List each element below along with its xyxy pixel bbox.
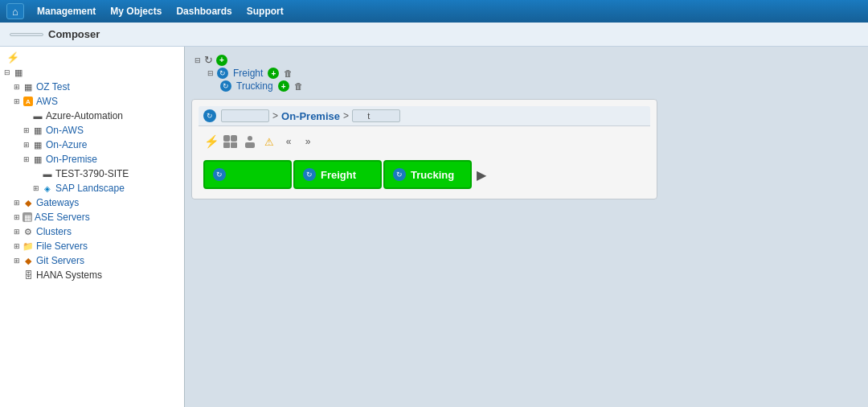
toolbar-lightning-icon[interactable]: ⚡ (203, 134, 219, 150)
toolbar-warning-icon[interactable]: ⚠ (261, 134, 277, 150)
test3790-label: TEST-3790-SITE (55, 168, 129, 179)
file-servers-expand[interactable]: ⊞ (13, 242, 21, 250)
user-label (10, 33, 43, 36)
on-premise-expand[interactable]: ⊞ (23, 155, 31, 163)
tree-root-row: ⊟ ↻ + (191, 53, 862, 67)
gateways-expand[interactable]: ⊞ (13, 199, 21, 207)
svg-rect-0 (223, 135, 230, 142)
sidebar-root[interactable]: ⊟ ▦ (0, 65, 184, 80)
tree-root-refresh-icon[interactable]: ↻ (204, 54, 213, 66)
sidebar-item-file-servers[interactable]: ⊞ 📁 File Servers (10, 239, 184, 253)
node2-label: Freight (321, 169, 356, 181)
main-content: ⚡ ⊟ ▦ ⊞ ▦ OZ Test ⊞ A AWS ▬ Azure-Automa… (0, 47, 868, 407)
top-navigation: ⌂ Management My Objects Dashboards Suppo… (0, 0, 868, 23)
hana-expand (13, 271, 21, 279)
sidebar-item-sap-landscape[interactable]: ⊞ ◈ SAP Landscape (29, 181, 184, 195)
toolbar-chevron-left[interactable]: « (280, 134, 297, 150)
sidebar-item-on-azure[interactable]: ⊞ ▦ On-Azure (19, 138, 184, 152)
sap-label: SAP Landscape (55, 183, 125, 194)
node-card-trucking[interactable]: ↻ Trucking (383, 160, 472, 189)
on-premise-icon: ▦ (32, 154, 43, 165)
breadcrumb-separator1: > (272, 110, 278, 121)
menu-support[interactable]: Support (240, 3, 290, 19)
clusters-label: Clusters (36, 226, 72, 237)
menu-management[interactable]: Management (31, 3, 102, 19)
toolbar-people-icon[interactable] (223, 134, 239, 150)
node-card-1[interactable]: ↻ (203, 160, 292, 189)
home-button[interactable]: ⌂ (6, 3, 24, 19)
svg-rect-2 (223, 142, 230, 148)
tree-freight-expand[interactable]: ⊟ (207, 69, 214, 77)
tree-freight-icon: ↻ (217, 68, 228, 79)
on-aws-label: On-AWS (46, 125, 84, 136)
azure-auto-expand (23, 112, 31, 120)
hana-label: HANA Systems (36, 269, 102, 281)
hana-icon: 🗄 (23, 269, 34, 281)
tree-freight-row: ⊟ ↻ Freight + 🗑 (204, 67, 862, 80)
clusters-expand[interactable]: ⊞ (13, 228, 21, 236)
svg-rect-3 (231, 142, 237, 148)
ase-expand[interactable]: ⊞ (13, 213, 21, 221)
file-servers-icon: 📁 (23, 240, 34, 252)
node1-icon: ↻ (213, 168, 226, 181)
node-card-freight[interactable]: ↻ Freight (293, 160, 382, 189)
breadcrumb-part1 (221, 109, 269, 122)
root-icon: ▦ (13, 67, 24, 78)
nodes-arrow-icon: ▶ (477, 167, 486, 183)
sidebar-item-oz-test[interactable]: ⊞ ▦ OZ Test (10, 80, 184, 94)
menu-my-objects[interactable]: My Objects (104, 3, 168, 19)
sidebar-item-clusters[interactable]: ⊞ ⚙ Clusters (10, 224, 184, 239)
breadcrumb-part2: t (352, 109, 400, 122)
gateways-icon: ◆ (23, 197, 34, 208)
sidebar-item-gateways[interactable]: ⊞ ◆ Gateways (10, 195, 184, 210)
nodes-row: ↻ ↻ Freight ↻ Trucking ▶ (199, 157, 650, 192)
composer-box: ↻ > On-Premise > t ⚡ (191, 99, 657, 199)
top-menu: Management My Objects Dashboards Support (31, 3, 290, 19)
composer-breadcrumb: > On-Premise > t (221, 109, 400, 122)
aws-label: AWS (36, 96, 58, 107)
aws-expand[interactable]: ⊞ (13, 97, 21, 105)
sidebar: ⚡ ⊟ ▦ ⊞ ▦ OZ Test ⊞ A AWS ▬ Azure-Automa… (0, 47, 185, 407)
sidebar-item-ase-servers[interactable]: ⊞ ▦ ASE Servers (10, 210, 184, 224)
git-servers-expand[interactable]: ⊞ (13, 257, 21, 265)
svg-rect-5 (245, 142, 255, 148)
git-servers-label: Git Servers (36, 255, 84, 266)
tree-root-plus[interactable]: + (216, 55, 227, 66)
tree-area: ⊟ ↻ + ⊟ ↻ Freight + 🗑 ↻ Trucking + 🗑 (191, 53, 862, 92)
sap-icon: ◈ (42, 183, 53, 194)
breadcrumb-separator2: > (343, 110, 349, 121)
oz-test-expand[interactable]: ⊞ (13, 83, 21, 91)
sidebar-item-hana-systems[interactable]: 🗄 HANA Systems (10, 268, 184, 282)
node2-icon: ↻ (303, 168, 316, 181)
root-expand[interactable]: ⊟ (3, 68, 11, 76)
oz-test-label: OZ Test (36, 81, 70, 92)
tree-root-expand[interactable]: ⊟ (194, 56, 201, 64)
tree-trucking-plus[interactable]: + (278, 80, 289, 92)
test3790-icon: ▬ (42, 168, 53, 179)
toolbar-chevron-right[interactable]: » (300, 134, 316, 150)
sidebar-item-test-3790[interactable]: ▬ TEST-3790-SITE (29, 166, 184, 181)
tree-freight-trash[interactable]: 🗑 (284, 68, 293, 78)
composer-header-icon: ↻ (203, 109, 216, 122)
tree-freight-label: Freight (233, 68, 263, 79)
on-aws-expand[interactable]: ⊞ (23, 126, 31, 134)
tree-trucking-trash[interactable]: 🗑 (294, 81, 303, 91)
lightning-icon: ⚡ (6, 51, 19, 64)
on-azure-icon: ▦ (32, 139, 43, 150)
sap-expand[interactable]: ⊞ (32, 184, 40, 192)
sidebar-item-on-premise[interactable]: ⊞ ▦ On-Premise (19, 152, 184, 166)
on-azure-label: On-Azure (46, 139, 87, 150)
sidebar-item-git-servers[interactable]: ⊞ ◆ Git Servers (10, 253, 184, 268)
test3790-expand (32, 170, 40, 178)
tree-trucking-row: ↻ Trucking + 🗑 (217, 80, 862, 92)
on-azure-expand[interactable]: ⊞ (23, 141, 31, 149)
sidebar-item-azure-automation[interactable]: ▬ Azure-Automation (19, 109, 184, 123)
tree-freight-plus[interactable]: + (268, 68, 279, 79)
ase-icon: ▦ (23, 212, 32, 222)
menu-dashboards[interactable]: Dashboards (170, 3, 238, 19)
node3-label: Trucking (411, 169, 454, 181)
sidebar-item-aws[interactable]: ⊞ A AWS (10, 94, 184, 109)
composer-toolbar: ⚡ ⚠ « » (199, 131, 650, 152)
toolbar-person-icon[interactable] (242, 134, 258, 150)
sidebar-item-on-aws[interactable]: ⊞ ▦ On-AWS (19, 123, 184, 138)
